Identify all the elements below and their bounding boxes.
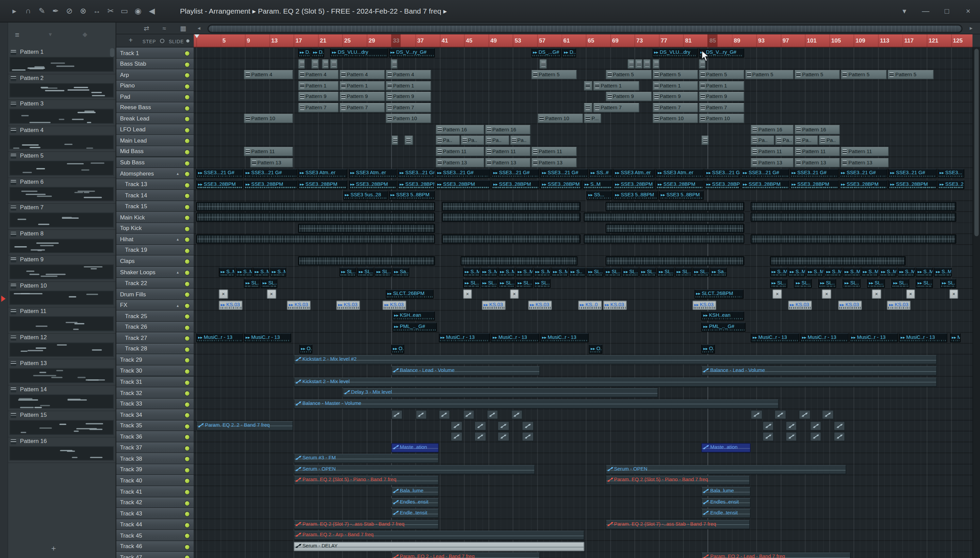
zoom-tool-icon[interactable]: ◉	[131, 6, 145, 16]
track-mute-led[interactable]	[185, 293, 190, 297]
track-mute-led[interactable]	[185, 457, 190, 461]
audio-clip[interactable]: SL..	[261, 278, 277, 288]
collapse-arrow-icon[interactable]: ▴	[177, 303, 179, 308]
automation-clip-small[interactable]	[497, 432, 509, 441]
automation-clip-small[interactable]	[822, 410, 834, 420]
pattern-clip[interactable]	[643, 59, 650, 69]
audio-clip[interactable]: SSE3 Atm..er	[656, 169, 704, 178]
audio-clip[interactable]: S..M	[806, 268, 824, 277]
track-header[interactable]: Atomspheres▴	[117, 168, 194, 179]
automation-clip[interactable]: Serum #3 - FM	[294, 454, 438, 463]
drum-fill-clip[interactable]: ×	[906, 290, 915, 299]
pattern-clip[interactable]: Pattern 5	[605, 70, 652, 80]
audio-clip[interactable]: S..M	[879, 268, 897, 277]
playlist-grid[interactable]: D..#D..DS_VLU...dryDS_V...ry_G#DS_...G#D…	[194, 48, 972, 558]
pattern-clip[interactable]: Pattern 9	[605, 92, 652, 102]
pattern-clip[interactable]: Pattern 1	[298, 81, 338, 90]
pattern-item[interactable]: Pattern 9	[8, 256, 116, 281]
audio-clip[interactable]: SL..	[622, 268, 639, 277]
automation-clip-small[interactable]	[438, 410, 450, 420]
audio-clip[interactable]: S..	[569, 268, 586, 277]
audio-clip[interactable]: SSE3..28BPM	[741, 180, 789, 189]
track-mute-led[interactable]	[185, 216, 190, 220]
audio-clip[interactable]: SL..	[639, 268, 657, 277]
pattern-clip[interactable]	[391, 136, 398, 145]
track-mute-led[interactable]	[185, 205, 190, 209]
track-mute-led[interactable]	[185, 259, 190, 264]
slip-tool-icon[interactable]: ↔	[90, 6, 103, 16]
pattern-clip[interactable]: Pattern 7	[298, 103, 338, 113]
automation-clip[interactable]: Kickstart 2 - Mix level	[294, 377, 937, 387]
pattern-item[interactable]: Pattern 13	[8, 359, 116, 385]
audio-clip[interactable]: SL..	[481, 278, 497, 288]
track-mute-led[interactable]	[185, 358, 190, 363]
delete-tool-icon[interactable]: ⊘	[62, 6, 76, 16]
pattern-clip[interactable]	[652, 59, 660, 69]
audio-clip[interactable]: SL..	[516, 278, 533, 288]
automation-clip[interactable]: Param. EQ 2..2 - Band 7 freq	[196, 421, 293, 430]
pattern-clip[interactable]: Pattern 13	[485, 158, 530, 167]
audio-clip[interactable]: SSE3..28BPM	[196, 180, 243, 189]
pattern-clip[interactable]: Pattern 7	[386, 103, 431, 113]
mute-tool-icon[interactable]: ⊗	[76, 6, 90, 16]
audio-clip[interactable]: KS.03	[482, 300, 506, 310]
track-header[interactable]: Track 32	[117, 387, 194, 399]
audio-clip[interactable]: SSE3...21 G#	[705, 169, 740, 178]
track-header[interactable]: Track 47	[117, 552, 194, 558]
track-header[interactable]: Track 40	[117, 475, 194, 486]
pattern-item[interactable]: Pattern 8	[8, 230, 116, 256]
audio-clip[interactable]: SSE3..21 G#	[839, 169, 888, 178]
audio-clip[interactable]: SSE3 5us..28	[343, 190, 388, 200]
audio-waveform-clip[interactable]	[196, 202, 435, 211]
automation-clip[interactable]: Balance - Lead - Volume	[391, 366, 540, 376]
audio-clip[interactable]: SL..	[339, 268, 356, 277]
audio-clip[interactable]: SSE3..28BPM	[398, 180, 435, 189]
pattern-clip[interactable]: Pattern 9	[298, 92, 338, 102]
scrollbar-thumb[interactable]	[208, 25, 961, 31]
audio-clip[interactable]: KS.03	[693, 300, 716, 310]
audio-clip[interactable]: MusiC..r - 13	[800, 333, 849, 343]
audio-clip[interactable]: SSE3 Atm..er	[298, 169, 348, 178]
audio-clip[interactable]: SSE3 5..8BPM	[389, 190, 435, 200]
slide-toggle[interactable]	[186, 39, 189, 43]
audio-clip[interactable]: SSE3...	[938, 169, 965, 178]
audio-clip[interactable]: SSE3...21 G#	[741, 169, 789, 178]
pattern-item[interactable]: Pattern 14	[8, 385, 116, 411]
audio-clip[interactable]: O..T	[299, 344, 312, 354]
track-mute-led[interactable]	[185, 556, 190, 558]
audio-clip[interactable]: MusiC..r - 13	[491, 333, 540, 343]
track-header[interactable]: Mid Bass	[117, 146, 194, 157]
track-mute-led[interactable]	[185, 139, 190, 143]
track-mute-led[interactable]	[185, 95, 190, 100]
track-mute-led[interactable]	[185, 117, 190, 121]
audio-clip[interactable]: SL..	[867, 278, 885, 288]
pattern-item[interactable]: Pattern 3	[8, 100, 116, 126]
automation-clip-small[interactable]	[511, 410, 523, 420]
pattern-clip[interactable]: Pattern 11	[435, 147, 484, 156]
track-header[interactable]: Track 15	[117, 201, 194, 212]
preview-tool-icon[interactable]: ◀	[145, 6, 159, 16]
drum-fill-clip[interactable]: ×	[949, 290, 959, 299]
pattern-clip[interactable]: Pattern 16	[435, 125, 484, 135]
automation-clip[interactable]: Param. EQ 2 (Slot 5) - Piano - Band 7 fr…	[605, 476, 750, 486]
slice-tool-icon[interactable]: ✂	[104, 6, 117, 16]
automation-clip[interactable]: Param. EQ 2 - Lead - Band 7 freq	[391, 553, 540, 558]
pattern-item[interactable]: Pattern 10	[8, 281, 116, 307]
drum-fill-clip[interactable]: ×	[219, 290, 228, 299]
track-mute-led[interactable]	[185, 381, 190, 385]
track-mute-led[interactable]	[185, 369, 190, 374]
audio-clip[interactable]: DS_VLU...dry	[330, 48, 388, 57]
track-header[interactable]: Track 26	[117, 322, 194, 332]
audio-clip[interactable]: KS.03	[287, 300, 311, 310]
vertical-scrollbar[interactable]	[972, 48, 980, 558]
track-header[interactable]: Track 14	[117, 190, 194, 201]
automation-clip[interactable]: Bala..lume	[702, 487, 751, 496]
automation-clip[interactable]: Param. EQ 2 (Slot 7) -..ass Stab - Band …	[294, 520, 438, 529]
audio-clip[interactable]: SSE3..21 G#	[888, 169, 937, 178]
pattern-clip[interactable]	[405, 136, 413, 145]
track-mute-led[interactable]	[185, 106, 190, 111]
audio-clip[interactable]: SL..	[357, 268, 374, 277]
audio-clip[interactable]: SS..#	[589, 169, 613, 178]
track-header[interactable]: Track 39	[117, 464, 194, 475]
automation-clip-small[interactable]	[785, 432, 797, 441]
